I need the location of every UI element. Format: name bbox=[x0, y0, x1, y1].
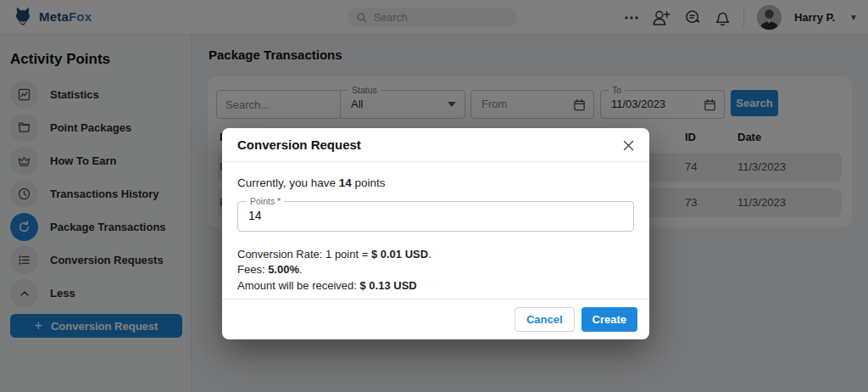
amount-line: Amount will be received: $ 0.13 USD bbox=[237, 278, 431, 294]
modal-body: Currently, you have 14 points Points * C… bbox=[222, 162, 649, 298]
create-button[interactable]: Create bbox=[581, 307, 637, 332]
amount-prefix: Amount will be received: bbox=[237, 279, 360, 292]
modal-header: Conversion Request bbox=[222, 128, 649, 162]
conversion-rate-line: Conversion Rate: 1 point = $ 0.01 USD. bbox=[237, 247, 431, 262]
balance-suffix: points bbox=[352, 176, 386, 189]
cancel-button[interactable]: Cancel bbox=[515, 307, 575, 332]
current-points-text: Currently, you have 14 points bbox=[237, 176, 386, 189]
rate-value: $ 0.01 USD bbox=[371, 248, 428, 260]
balance-prefix: Currently, you have bbox=[237, 176, 339, 189]
fees-value: 5.00% bbox=[268, 263, 299, 276]
fees-prefix: Fees: bbox=[237, 263, 268, 276]
rate-suffix: . bbox=[428, 248, 431, 260]
points-input[interactable] bbox=[248, 209, 613, 222]
app-screen: MetaFox Search bbox=[0, 0, 868, 392]
fees-line: Fees: 5.00%. bbox=[237, 262, 431, 277]
modal-title: Conversion Request bbox=[237, 137, 361, 152]
fees-suffix: . bbox=[299, 263, 303, 276]
close-icon[interactable] bbox=[619, 136, 637, 154]
balance-points: 14 bbox=[339, 176, 352, 189]
modal-footer: Cancel Create bbox=[222, 299, 649, 339]
points-field: Points * bbox=[237, 201, 634, 232]
amount-value: $ 0.13 USD bbox=[360, 279, 417, 292]
conversion-info: Conversion Rate: 1 point = $ 0.01 USD. F… bbox=[237, 247, 431, 294]
rate-prefix: Conversion Rate: 1 point = bbox=[237, 248, 371, 260]
conversion-request-modal: Conversion Request Currently, you have 1… bbox=[222, 128, 649, 339]
points-field-label: Points * bbox=[247, 196, 284, 206]
